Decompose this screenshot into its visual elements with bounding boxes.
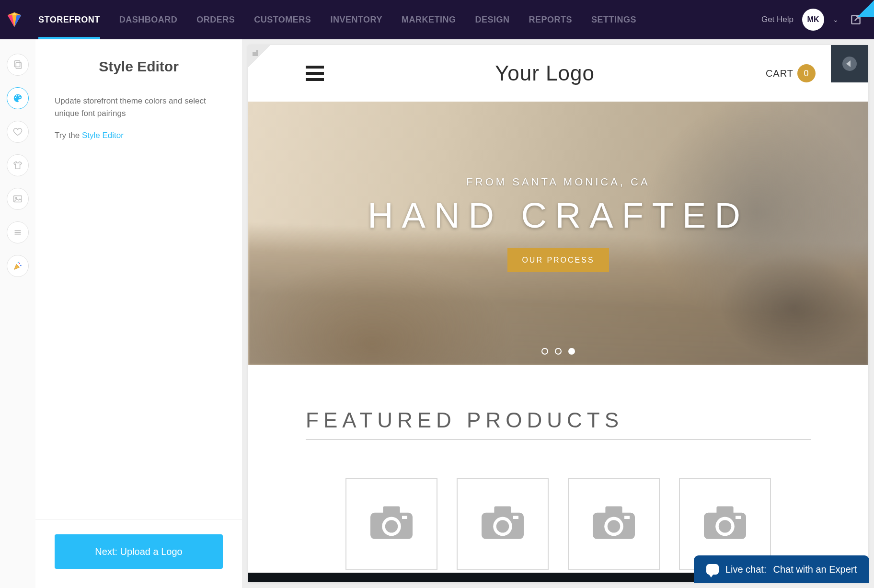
globe-icon [842,57,857,71]
get-help-link[interactable]: Get Help [761,15,794,24]
hero-banner: FROM SANTA MONICA, CA HAND CRAFTED OUR P… [248,102,868,365]
hero-cta-button[interactable]: OUR PROCESS [507,248,609,272]
rail-confetti-icon[interactable] [7,255,29,277]
panel-try-prefix: Try the [55,131,82,140]
svg-rect-17 [494,507,511,515]
svg-point-9 [20,265,22,266]
icon-rail [0,39,35,588]
nav-orders[interactable]: ORDERS [196,0,235,39]
svg-point-14 [385,520,398,532]
svg-rect-1 [15,61,20,67]
svg-point-8 [19,263,20,264]
avatar[interactable]: MK [802,9,824,31]
svg-point-24 [608,520,620,532]
open-external-icon[interactable] [847,11,864,28]
top-nav: STOREFRONT DASHBOARD ORDERS CUSTOMERS IN… [0,0,874,39]
featured-section: FEATURED PRODUCTS [248,365,868,582]
nav-items: STOREFRONT DASHBOARD ORDERS CUSTOMERS IN… [38,0,761,39]
corner-fold-icon[interactable] [248,45,270,67]
rail-shirt-icon[interactable] [7,154,29,176]
chat-widget[interactable]: Live chat: Chat with an Expert [694,555,869,583]
chat-prefix: Live chat: [725,564,767,575]
svg-rect-20 [513,516,518,519]
rail-heart-icon[interactable] [7,121,29,143]
nav-design[interactable]: DESIGN [475,0,509,39]
svg-point-4 [15,197,17,199]
carousel-dots [541,348,575,355]
svg-rect-15 [402,516,407,519]
product-placeholder[interactable] [345,478,437,570]
rail-lines-icon[interactable] [7,221,29,243]
svg-point-19 [496,520,509,532]
nav-reports[interactable]: REPORTS [529,0,572,39]
nav-dashboard[interactable]: DASHBOARD [119,0,178,39]
svg-rect-27 [716,507,733,515]
rail-image-icon[interactable] [7,188,29,210]
panel-title: Style Editor [55,58,223,75]
panel-description: Update storefront theme colors and selec… [55,95,223,119]
hero-title: HAND CRAFTED [368,195,749,236]
nav-inventory[interactable]: INVENTORY [330,0,382,39]
preview-mode-tab[interactable] [831,45,868,82]
nav-storefront[interactable]: STOREFRONT [38,0,100,39]
style-editor-link[interactable]: Style Editor [82,131,124,140]
svg-point-10 [18,262,19,263]
nav-right: Get Help MK ⌄ [761,9,864,31]
hero-eyebrow: FROM SANTA MONICA, CA [466,176,650,188]
nav-marketing[interactable]: MARKETING [402,0,456,39]
cart-count-badge: 0 [797,64,816,82]
featured-title: FEATURED PRODUCTS [306,408,811,440]
nav-settings[interactable]: SETTINGS [591,0,636,39]
next-upload-logo-button[interactable]: Next: Upload a Logo [55,534,223,569]
panel-try-text: Try the Style Editor [55,131,223,140]
carousel-dot-2[interactable] [555,348,562,355]
cart-link[interactable]: CART 0 [766,64,816,82]
chat-label: Chat with an Expert [773,564,857,575]
hamburger-icon[interactable] [306,66,324,81]
rail-pages-icon[interactable] [7,54,29,76]
cart-label: CART [766,68,794,79]
product-placeholder[interactable] [457,478,549,570]
svg-rect-30 [736,516,741,519]
rail-palette-icon[interactable] [7,87,29,109]
chevron-down-icon[interactable]: ⌄ [833,16,839,23]
nav-customers[interactable]: CUSTOMERS [254,0,311,39]
carousel-dot-1[interactable] [541,348,548,355]
svg-rect-12 [383,507,400,515]
sidebar-panel: Style Editor Update storefront theme col… [35,39,242,588]
chat-bubble-icon [706,564,719,575]
carousel-dot-3[interactable] [568,348,575,355]
preview-area: Your Logo CART 0 FROM SANTA MONICA, CA H… [242,39,874,588]
svg-rect-2 [16,62,21,69]
svg-rect-25 [624,516,630,519]
store-logo-text: Your Logo [495,61,595,85]
product-placeholder[interactable] [568,478,660,570]
svg-point-29 [719,520,731,532]
app-logo[interactable] [0,0,29,39]
svg-rect-22 [605,507,622,515]
storefront-preview: Your Logo CART 0 FROM SANTA MONICA, CA H… [248,45,868,582]
store-header: Your Logo CART 0 [248,45,868,102]
